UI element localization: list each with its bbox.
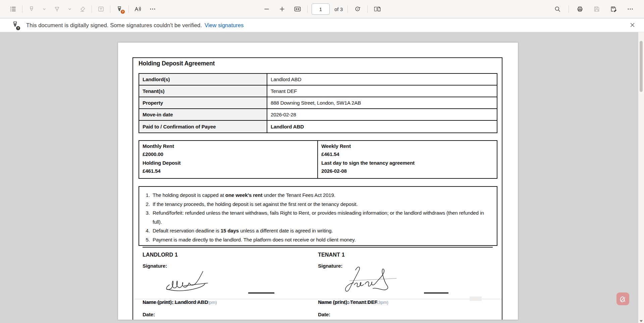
tenant-signature-scribble: [339, 264, 407, 296]
rent-table: Monthly Rent£2000.00Holding Deposit£461.…: [139, 140, 497, 179]
draw-pen-dropdown-button[interactable]: [66, 3, 73, 15]
rotate-icon: [354, 6, 361, 12]
rent-label: Weekly Rent: [321, 143, 497, 149]
esign-field-baseline: [134, 299, 501, 299]
draw-pen-icon: [54, 6, 60, 12]
table-of-contents-icon: [10, 6, 16, 12]
toolbar-separator: [347, 5, 348, 13]
highlighter-button[interactable]: [26, 3, 37, 15]
pdf-viewer-canvas[interactable]: Holding Deposit Agreement Landlord(s)Lan…: [0, 32, 644, 323]
rent-label: Monthly Rent: [143, 143, 317, 149]
term-item: The holding deposit is capped at one wee…: [151, 191, 493, 200]
minus-icon: [263, 6, 270, 12]
close-icon: [630, 22, 635, 29]
toolbar-right-group: [552, 0, 636, 18]
save-button[interactable]: [591, 3, 602, 15]
adobe-acrobat-icon: [619, 294, 627, 304]
search-button[interactable]: [552, 3, 563, 15]
chevron-down-icon: [68, 7, 72, 11]
draw-pen-button[interactable]: [51, 3, 63, 15]
term-item: Refund/forfeit: refunded unless the tena…: [151, 209, 493, 226]
more-ellipsis-icon: [627, 6, 634, 12]
highlighter-icon: [28, 6, 35, 12]
row-value: Landlord ABD: [267, 74, 497, 85]
digital-signature-button[interactable]: ?: [114, 3, 125, 15]
vertical-scrollbar[interactable]: [638, 32, 644, 323]
rent-value: £461.54: [321, 151, 497, 157]
view-signatures-link[interactable]: View signatures: [205, 22, 244, 29]
text-box-icon: [98, 6, 104, 12]
toolbar-separator: [110, 5, 110, 13]
pdf-toolbar: ?: [0, 0, 644, 18]
esign-field-highlight: [470, 297, 482, 301]
eraser-button[interactable]: [77, 3, 88, 15]
toolbar-separator: [22, 5, 22, 13]
save-as-button[interactable]: [608, 3, 619, 15]
page-number-input[interactable]: [312, 3, 330, 15]
zoom-out-button[interactable]: [261, 3, 272, 15]
row-value: Landlord ABD: [267, 121, 497, 132]
signature-section-divider: [143, 247, 493, 248]
rent-label: Last day to sign the tenancy agreement: [321, 160, 497, 166]
toolbar-separator: [307, 5, 308, 13]
row-label: Move-in date: [139, 109, 267, 120]
table-of-contents-button[interactable]: [7, 3, 19, 15]
signature-notification-banner: ? This document is digitally signed. Som…: [0, 18, 644, 32]
fit-to-width-button[interactable]: [292, 3, 303, 15]
rent-cell-left: Monthly Rent£2000.00Holding Deposit£461.…: [139, 141, 318, 178]
row-value: 888 Downing Street, London, SW1A 2AB: [267, 97, 497, 108]
toolbar-separator: [128, 5, 129, 13]
signature-pen-icon: ?: [11, 21, 19, 30]
rent-label: Holding Deposit: [143, 160, 317, 166]
rent-value: 2026-02-08: [321, 168, 497, 174]
rotate-button[interactable]: [352, 3, 363, 15]
row-label: Tenant(s): [139, 86, 267, 97]
highlighter-dropdown-button[interactable]: [41, 3, 48, 15]
save-icon: [593, 6, 600, 12]
signature-warning-badge: ?: [121, 10, 125, 14]
more-options-button[interactable]: [625, 3, 636, 15]
row-value: 2026-02-28: [267, 109, 497, 120]
row-label: Landlord(s): [139, 74, 267, 85]
landlord-name-print: Name (print): Landlord ABD: [143, 299, 208, 305]
zoom-in-button[interactable]: [276, 3, 288, 15]
scrollbar-thumb[interactable]: [640, 41, 643, 92]
print-icon: [577, 6, 583, 12]
table-row: Move-in date2026-02-28: [139, 109, 497, 121]
tenant-name-row: Tenant DEF (Jan 30, 2026 2:13pm) Name (p…: [318, 299, 492, 307]
landlord-date-label: Date:: [143, 312, 155, 317]
signature-warning-badge: ?: [16, 26, 20, 30]
search-icon: [554, 6, 561, 12]
save-as-icon: [610, 6, 617, 12]
toolbar-separator: [367, 5, 368, 13]
term-item: If the tenancy proceeds, the holding dep…: [151, 200, 493, 209]
more-tools-button[interactable]: [147, 3, 158, 15]
open-in-acrobat-button[interactable]: [616, 292, 629, 305]
row-label: Paid to / Confirmation of Payee: [139, 121, 267, 132]
scroll-down-arrow[interactable]: [639, 318, 643, 321]
table-row: Paid to / Confirmation of PayeeLandlord …: [139, 121, 497, 132]
tenant-name-print: Name (print): Tenant DEF: [318, 299, 377, 305]
row-label: Property: [139, 97, 267, 108]
terms-list: The holding deposit is capped at one wee…: [151, 191, 493, 244]
table-row: Landlord(s)Landlord ABD: [139, 74, 497, 86]
plus-icon: [279, 6, 285, 12]
add-text-button[interactable]: [95, 3, 107, 15]
page-view-icon: [374, 6, 381, 12]
toolbar-separator: [92, 5, 92, 13]
read-aloud-button[interactable]: [132, 3, 144, 15]
page-view-button[interactable]: [372, 3, 383, 15]
print-button[interactable]: [574, 3, 586, 15]
chevron-down-icon: [42, 7, 46, 11]
banner-close-button[interactable]: [627, 20, 638, 31]
tenant-heading: TENANT 1: [318, 252, 345, 258]
banner-message: This document is digitally signed. Some …: [26, 22, 202, 29]
terms-box: The holding deposit is capped at one wee…: [139, 186, 497, 246]
row-value: Tenant DEF: [267, 86, 497, 97]
tenant-signature-label: Signature:: [318, 263, 342, 269]
rent-value: £461.54: [143, 168, 317, 174]
fit-width-icon: [294, 6, 301, 12]
toolbar-separator: [569, 5, 569, 13]
rent-value: £2000.00: [143, 151, 317, 157]
term-item: Payment is made directly to the landlord…: [151, 235, 493, 245]
